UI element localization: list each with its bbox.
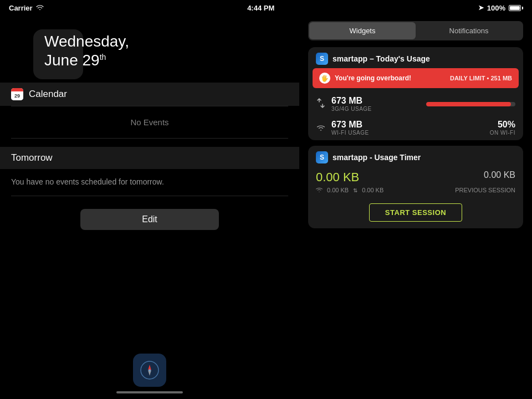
tab-notifications[interactable]: Notifications [416,22,522,39]
battery-percent: 100% [487,4,505,12]
calendar-label: Calendar [29,89,67,100]
alert-message: You're going overboard! [335,74,446,82]
date-header: Wednesday, June 29th [0,27,299,78]
date-day: Wednesday, [44,32,288,51]
timer-main-row: 0.00 KB 0.00 KB [316,170,515,185]
wifi-label: WI-FI USAGE [331,130,484,136]
cell-arrows-sub-icon: ⇅ [353,187,357,193]
cellular-usage-info: 673 MB 3G/4G USAGE [331,96,421,112]
smartapp-usage-header: S smartapp – Today's Usage [308,47,523,68]
timer-cell-value: 0.00 KB [362,187,383,193]
wifi-percent-label: ON WI-FI [490,130,515,136]
smartapp-app-icon: S [316,53,328,65]
timer-previous-value: 0.00 KB [484,170,515,180]
timer-content: 0.00 KB 0.00 KB 0. [308,167,523,199]
tomorrow-label: Tomorrow [11,152,53,163]
tab-widgets[interactable]: Widgets [309,22,416,39]
status-left: Carrier [9,4,44,12]
timer-previous-block: 0.00 KB [484,170,515,180]
start-session-button[interactable]: START SESSION [369,203,462,222]
main-layout: Wednesday, June 29th 29 Calendar No Even… [0,16,532,399]
timer-wifi-value: 0.00 KB [327,187,349,193]
cellular-usage-bar [426,102,515,106]
carrier-label: Carrier [9,4,33,12]
wifi-usage-info: 673 MB WI-FI USAGE [331,120,484,136]
smartapp-timer-title: smartapp - Usage Timer [332,153,421,162]
overboard-alert: 🖐 You're going overboard! DAILY LIMIT • … [313,68,519,88]
cellular-label: 3G/4G USAGE [331,106,421,112]
tomorrow-header: Tomorrow [0,147,299,169]
left-panel: Wednesday, June 29th 29 Calendar No Even… [0,16,299,399]
timer-main-value: 0.00 KB [316,170,359,185]
no-events-text: No Events [0,106,299,138]
calendar-icon: 29 [11,88,23,100]
status-right: ➤ 100% [478,4,523,12]
bottom-dock-area [0,344,299,399]
divider-3 [11,196,288,196]
hand-stop-icon: 🖐 [319,73,330,84]
wifi-percent: 50% [490,120,515,130]
battery-icon [509,5,523,11]
wifi-sub-icon [316,187,323,193]
dock-app-icon[interactable] [133,354,166,387]
status-bar: Carrier 4:44 PM ➤ 100% [0,0,532,16]
smartapp-timer-widget: S smartapp - Usage Timer 0.00 KB 0.00 KB [308,146,523,228]
tomorrow-section: Tomorrow You have no events scheduled fo… [0,147,299,196]
edit-btn-container: Edit [0,209,299,230]
widget-notification-tabs: Widgets Notifications [308,21,523,40]
timer-sub-row: 0.00 KB ⇅ 0.00 KB PREVIOUS SESSION [316,187,515,193]
location-arrow-icon: ➤ [478,4,484,12]
cellular-arrows-icon [316,98,326,110]
daily-limit-label: DAILY LIMIT • 251 MB [450,75,512,81]
wifi-usage-row: 673 MB WI-FI USAGE 50% ON WI-FI [308,116,523,140]
cellular-usage-row: 673 MB 3G/4G USAGE [308,93,523,116]
date-month: June 29th [44,51,288,70]
wifi-usage-icon [316,124,326,132]
tomorrow-message: You have no events scheduled for tomorro… [0,169,299,196]
smartapp-timer-header: S smartapp - Usage Timer [308,146,523,167]
smartapp-usage-title: smartapp – Today's Usage [332,54,430,63]
date-text: Wednesday, June 29th [44,32,288,69]
dock-home-indicator [116,391,183,393]
status-time: 4:44 PM [247,4,274,12]
start-session-container: START SESSION [308,199,523,228]
smartapp-usage-widget: S smartapp – Today's Usage 🖐 You're goin… [308,47,523,140]
smartapp-timer-icon: S [316,151,328,163]
wifi-icon [36,4,44,12]
right-panel: Widgets Notifications S smartapp – Today… [299,16,532,399]
compass-icon [140,360,160,380]
wifi-amount: 673 MB [331,120,484,130]
calendar-section: 29 Calendar No Events [0,83,299,138]
timer-previous-label: PREVIOUS SESSION [455,187,515,193]
timer-sub-left: 0.00 KB ⇅ 0.00 KB [316,187,383,193]
edit-button[interactable]: Edit [80,209,219,230]
divider-2 [11,138,288,139]
cellular-amount: 673 MB [331,96,421,106]
wifi-usage-percent-block: 50% ON WI-FI [490,120,515,136]
cellular-bar-fill [426,102,511,106]
calendar-header: 29 Calendar [0,83,299,106]
